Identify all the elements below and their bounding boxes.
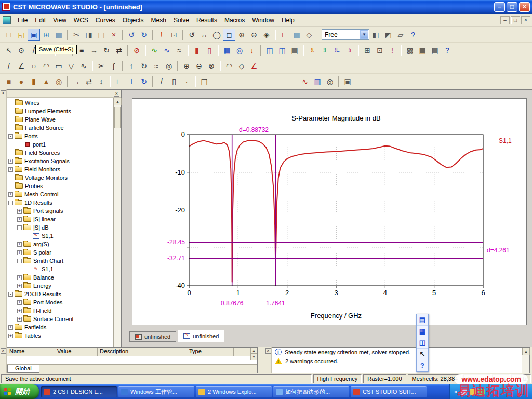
shell-icon[interactable]: ◎ <box>163 60 175 72</box>
scale-solid-icon[interactable]: ↕ <box>95 75 108 87</box>
expand-icon[interactable]: + <box>17 317 22 322</box>
collapse-icon[interactable]: - <box>8 134 13 139</box>
chart-plot-area[interactable]: 01234560-10-20-400.876761.7641-28.45-32.… <box>132 98 527 325</box>
cylinder-shape-icon[interactable]: ▮ <box>28 75 40 87</box>
tree-item-arg-s[interactable]: +arg(S) <box>7 240 113 248</box>
tree-item-lumped-elements[interactable]: Lumped Elements <box>7 107 113 115</box>
message-scrollbar[interactable]: ▲ ▼ <box>522 348 529 373</box>
column-header-description[interactable]: Description <box>98 348 187 356</box>
tree-item-ports[interactable]: -Ports <box>7 132 113 140</box>
wcs-toggle-icon[interactable]: ∟ <box>113 75 125 87</box>
tree-item-port-signals[interactable]: +Port signals <box>7 207 113 215</box>
view-top-icon[interactable]: ◩ <box>382 29 394 41</box>
rotate-icon[interactable]: ↻ <box>100 44 113 56</box>
rotate-profile-icon[interactable]: ↻ <box>138 60 150 72</box>
measure-icon[interactable]: ∠ <box>248 60 260 72</box>
help-icon[interactable]: ? <box>407 29 419 41</box>
zoom-in-icon[interactable]: ⊕ <box>235 29 248 41</box>
loft-icon[interactable]: ≈ <box>150 60 163 72</box>
spline-tool-icon[interactable]: ∿ <box>77 60 90 72</box>
tree-panel-grip[interactable]: × <box>0 89 7 347</box>
save-icon[interactable]: ▣ <box>28 29 40 41</box>
tree-item-s1-1[interactable]: S1,1 <box>7 265 113 273</box>
copy-icon[interactable]: ◨ <box>83 29 95 41</box>
tree-item-excitation-signals[interactable]: +Excitation Signals <box>7 157 113 165</box>
tree-item-voltage-monitors[interactable]: Voltage Monitors <box>7 174 113 182</box>
tree-item-s-linear[interactable]: +|S| linear <box>7 215 113 223</box>
message-row[interactable]: 2 warnings occurred. <box>272 356 522 365</box>
polyline-tool-icon[interactable]: ∠ <box>15 60 28 72</box>
monitor-screen-icon[interactable]: ◫ <box>263 44 276 56</box>
palette-help-icon[interactable]: ? <box>417 360 428 371</box>
trim-curve-icon[interactable]: ✂ <box>95 60 108 72</box>
excitation-signal-icon[interactable]: ∿ <box>148 44 161 56</box>
message-row[interactable]: iSteady state energy criterion met, solv… <box>272 348 522 356</box>
tab-global[interactable]: Global <box>7 365 39 373</box>
expand-icon[interactable]: + <box>8 325 13 330</box>
tree-item-s1-1[interactable]: S1,1 <box>7 232 113 240</box>
message-close-icon[interactable]: × <box>265 348 271 354</box>
new-file-icon[interactable]: □ <box>3 29 15 41</box>
brick-shape-icon[interactable]: ■ <box>3 75 15 87</box>
open-file-icon[interactable]: ◱ <box>15 29 28 41</box>
column-header-type[interactable]: Type <box>187 348 234 356</box>
expand-icon[interactable]: + <box>8 159 13 164</box>
start-solver-icon[interactable]: ! <box>155 29 168 41</box>
menu-results[interactable]: Results <box>193 15 221 26</box>
field-monitor-icon[interactable]: ▦ <box>221 44 233 56</box>
taskbar-button-windows[interactable]: Windows 工作管... <box>118 386 194 397</box>
tree-item-surface-current[interactable]: +Surface Current <box>7 315 113 323</box>
taskbar-button-2-windows-explo[interactable]: 2 Windows Explo... <box>196 386 272 397</box>
expand-icon[interactable]: + <box>17 284 22 288</box>
select-arrow-icon[interactable]: ↖ <box>3 44 15 56</box>
time-axis-icon[interactable]: ≈ <box>173 44 185 56</box>
expand-icon[interactable]: + <box>17 309 22 313</box>
reset-view-icon[interactable]: ◈ <box>260 29 273 41</box>
new-1d-plot-icon[interactable]: ∿ <box>299 75 311 87</box>
tree-scrollbar-thumb[interactable] <box>114 107 121 128</box>
store-result-icon[interactable]: ▣ <box>341 75 354 87</box>
expand-icon[interactable]: + <box>8 334 13 338</box>
taskbar-button-item[interactable]: 如何把四边形的... <box>273 386 349 397</box>
tree-close-icon[interactable]: × <box>114 91 119 97</box>
line-tool-icon[interactable]: / <box>3 60 15 72</box>
tree-item-2d-3d-results[interactable]: -2D/3D Results <box>7 290 113 298</box>
workplane-icon[interactable]: ▱ <box>394 29 407 41</box>
tree-item-farfields[interactable]: +Farfields <box>7 323 113 331</box>
align-icon[interactable]: ≡ <box>75 44 88 56</box>
column-header-name[interactable]: Name <box>7 348 55 356</box>
collapse-icon[interactable]: - <box>8 201 13 205</box>
expand-icon[interactable]: + <box>8 167 13 172</box>
tree-item-mesh-control[interactable]: +Mesh Control <box>7 190 113 198</box>
menu-view[interactable]: View <box>49 15 70 26</box>
menu-help[interactable]: Help <box>278 15 298 26</box>
maximize-button[interactable]: □ <box>507 2 517 12</box>
pick-mode-select[interactable]: Free ▼ <box>322 29 369 40</box>
new-2d-plot-icon[interactable]: ▦ <box>311 75 324 87</box>
result-overview-icon[interactable]: ▤ <box>288 44 301 56</box>
wcs-align-icon[interactable]: ⊥ <box>125 75 138 87</box>
collapse-icon[interactable]: - <box>8 292 13 297</box>
tree-item-s-db[interactable]: -|S| dB <box>7 223 113 232</box>
global-mesh-icon[interactable]: ▤ <box>429 44 441 56</box>
rectangle-tool-icon[interactable]: ▭ <box>52 60 65 72</box>
abort-solver-icon[interactable]: ⊘ <box>130 44 143 56</box>
tree-item-port-modes[interactable]: +Port Modes <box>7 298 113 307</box>
tree-item-wires[interactable]: Wires <box>7 99 113 107</box>
expand-icon[interactable]: + <box>8 192 13 197</box>
menu-objects[interactable]: Objects <box>119 15 148 26</box>
tree-item-smith-chart[interactable]: -Smith Chart <box>7 257 113 265</box>
history-tree-icon[interactable]: ▤ <box>198 75 210 87</box>
mesh-properties-icon[interactable]: ▩ <box>404 44 416 56</box>
dynamic-zoom-icon[interactable]: ◯ <box>210 29 223 41</box>
view-tab-2[interactable]: unfinished <box>178 330 224 342</box>
tree-item-farfield-source[interactable]: Farfield Source <box>7 124 113 132</box>
tree-grip-close-icon[interactable]: × <box>1 90 6 96</box>
menu-solve[interactable]: Solve <box>170 15 193 26</box>
tree-item-port1[interactable]: port1 <box>7 140 113 149</box>
tree-item-plane-wave[interactable]: Plane Wave <box>7 115 113 124</box>
tree-item-tables[interactable]: +Tables <box>7 331 113 340</box>
tree-item-field-sources[interactable]: Field Sources <box>7 149 113 157</box>
update-results-icon[interactable]: ⊡ <box>168 29 180 41</box>
tree-item-1d-results[interactable]: -1D Results <box>7 198 113 207</box>
